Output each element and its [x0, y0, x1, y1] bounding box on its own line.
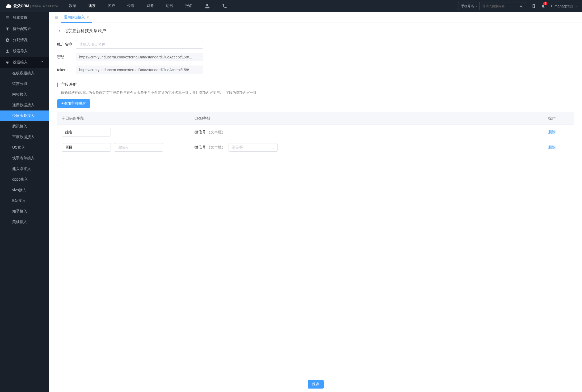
- sidebar-item-label: 线索查询: [13, 15, 28, 20]
- search-input[interactable]: [480, 4, 517, 8]
- nav-clue[interactable]: 线索: [88, 3, 96, 9]
- search-type-select[interactable]: 手机号码 ▾: [458, 2, 480, 10]
- footer-bar: 保存: [49, 376, 582, 392]
- extra-input[interactable]: [114, 143, 163, 152]
- mapping-row: 姓名 ⌄ 微信号 （文本框） 删除: [57, 125, 574, 140]
- sidebar-item-label: 线索导入: [13, 49, 28, 54]
- breadcrumb: 北京昱新科技头条账户: [57, 28, 574, 34]
- logo[interactable]: 云朵CRM 教育机构一站 式服务云平台: [5, 3, 58, 9]
- mapping-row: 项目 ⌄ 微信号 （文本框） 请选择 ⌄: [57, 140, 574, 155]
- section-title-mapping: 字段映射: [57, 82, 574, 87]
- phone-icon[interactable]: [222, 3, 227, 9]
- search-box: 手机号码 ▾: [458, 2, 526, 10]
- sidebar-item-label: 线索接入: [13, 60, 28, 65]
- section-bar: [57, 83, 58, 87]
- sidebar-sub-qutoutiao[interactable]: 趣头条接入: [0, 164, 49, 174]
- save-button[interactable]: 保存: [308, 380, 324, 389]
- sidebar-sub-baidu[interactable]: 百度数据接入: [0, 132, 49, 142]
- mobile-icon[interactable]: [532, 4, 536, 8]
- sidebar-sub-general-data[interactable]: 通用数据接入: [0, 100, 49, 110]
- back-button[interactable]: [57, 29, 61, 33]
- sidebar-item-import[interactable]: 线索导入: [0, 46, 49, 57]
- search-icon: [520, 4, 523, 8]
- sidebar-sub-zhihu[interactable]: 知乎接入: [0, 206, 49, 217]
- crm-field-type: （文本框）: [207, 130, 225, 135]
- mapping-table-header: 今日头条字段 CRM字段 操作: [57, 112, 574, 125]
- tabs-collapse-button[interactable]: [52, 16, 61, 19]
- select-value: 项目: [65, 145, 73, 150]
- page-content: 北京昱新科技头条账户 账户名称 密钥 token 字段映射 请确保您在此填写的头…: [49, 23, 582, 392]
- clock-icon: [5, 38, 10, 42]
- sidebar: 线索查询 待分配客户 分配情况 线索导入 线索接入 ⌃ 在线客服接入 留言分组 …: [0, 12, 49, 392]
- sidebar-sub-online-service[interactable]: 在线客服接入: [0, 68, 49, 79]
- nav-finance[interactable]: 财务: [146, 3, 154, 9]
- secret-label: 密钥: [57, 55, 76, 59]
- tabs-bar: 通用数据接入 ×: [49, 12, 582, 23]
- search-type-label: 手机号码: [461, 4, 474, 8]
- crm-field-value: 微信号 （文本框）: [195, 143, 225, 152]
- section-title-text: 字段映射: [61, 82, 77, 87]
- account-name-input[interactable]: [76, 40, 203, 49]
- account-name-label: 账户名称: [57, 42, 76, 47]
- sidebar-sub-tencent[interactable]: 腾讯接入: [0, 121, 49, 132]
- toutiao-field-select[interactable]: 项目 ⌄: [62, 143, 111, 152]
- user-add-icon[interactable]: [205, 3, 210, 9]
- logo-subtitle: 教育机构一站 式服务云平台: [30, 5, 58, 8]
- form-row-secret: 密钥: [57, 53, 574, 61]
- notifications-button[interactable]: 5: [541, 4, 545, 8]
- sidebar-item-assign[interactable]: 分配情况: [0, 35, 49, 46]
- delete-button[interactable]: 删除: [548, 145, 556, 149]
- menu-icon: [54, 16, 58, 19]
- sidebar-sub-toutiao[interactable]: 今日头条接入: [0, 110, 49, 121]
- main-nav: 数据 线索 客户 公海 财务 运营 报名: [69, 3, 227, 9]
- search-button[interactable]: [517, 4, 526, 8]
- nav-public[interactable]: 公海: [127, 3, 134, 9]
- tab-close-button[interactable]: ×: [87, 15, 89, 19]
- chevron-down-icon: ⌄: [272, 146, 275, 149]
- nav-operation[interactable]: 运营: [166, 3, 173, 9]
- chevron-down-icon: ⌄: [105, 146, 108, 149]
- sidebar-sub-vivo[interactable]: vivo接入: [0, 185, 49, 195]
- cloud-logo-icon: [5, 3, 12, 9]
- section-hint: 请确保您在此填写的头条自定义字段名称与在今日头条平台中自定义的字段名称一致，并且…: [61, 90, 574, 95]
- nav-signup[interactable]: 报名: [185, 3, 193, 9]
- mapping-row-empty: [57, 155, 574, 166]
- nav-data[interactable]: 数据: [69, 3, 76, 9]
- top-header: 云朵CRM 教育机构一站 式服务云平台 数据 线索 客户 公海 财务 运营 报名…: [0, 0, 582, 12]
- toutiao-field-select[interactable]: 姓名 ⌄: [62, 128, 111, 137]
- col-crm: CRM字段: [195, 116, 548, 121]
- crm-field-name: 微信号: [195, 145, 206, 150]
- nav-customer[interactable]: 客户: [108, 3, 115, 9]
- sidebar-sub-oppo[interactable]: oppo接入: [0, 174, 49, 185]
- logo-text: 云朵CRM: [13, 4, 29, 8]
- main-content: 通用数据接入 × 北京昱新科技头条账户 账户名称 密钥 token: [49, 12, 582, 392]
- tab-label: 通用数据接入: [64, 15, 85, 20]
- sidebar-item-clue-query[interactable]: 线索查询: [0, 12, 49, 23]
- sidebar-item-pending[interactable]: 待分配客户: [0, 23, 49, 35]
- delete-button[interactable]: 删除: [548, 130, 556, 134]
- sidebar-sub-message-group[interactable]: 留言分组: [0, 79, 49, 89]
- user-menu[interactable]: manager11 ▾: [551, 4, 577, 8]
- col-action: 操作: [548, 116, 570, 121]
- sidebar-sub-bilibili[interactable]: B站接入: [0, 195, 49, 206]
- sidebar-sub-uc[interactable]: UC接入: [0, 142, 49, 153]
- form-row-token: token: [57, 66, 574, 74]
- sidebar-item-access[interactable]: 线索接入 ⌃: [0, 57, 49, 68]
- import-icon: [5, 49, 10, 53]
- token-input[interactable]: [76, 66, 203, 74]
- list-icon: [5, 16, 10, 20]
- sidebar-sub-kuaishou[interactable]: 快手表单接入: [0, 153, 49, 164]
- crm-value-select[interactable]: 请选择 ⌄: [229, 143, 278, 152]
- crm-field-name: 微信号: [195, 130, 206, 135]
- col-toutiao: 今日头条字段: [62, 116, 195, 121]
- crm-field-value: 微信号 （文本框）: [195, 130, 225, 135]
- secret-input[interactable]: [76, 53, 203, 61]
- sidebar-sub-meiyou[interactable]: 美柚接入: [0, 217, 49, 227]
- sidebar-sub-school[interactable]: 网校接入: [0, 89, 49, 100]
- tab-general-data[interactable]: 通用数据接入 ×: [61, 12, 92, 23]
- notification-badge: 5: [543, 2, 547, 5]
- add-mapping-button[interactable]: +添加字段映射: [57, 99, 90, 108]
- page-title: 北京昱新科技头条账户: [64, 28, 106, 34]
- username: manager11: [554, 4, 573, 8]
- crm-field-type: （文本框）: [207, 145, 225, 150]
